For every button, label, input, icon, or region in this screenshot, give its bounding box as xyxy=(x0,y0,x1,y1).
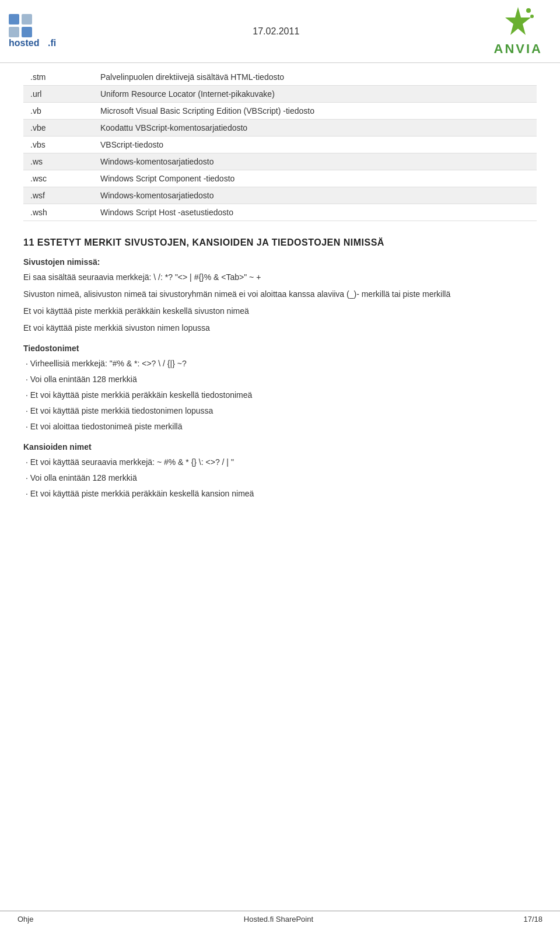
table-row: .wshWindows Script Host -asetustiedosto xyxy=(23,204,537,221)
table-row: .vbeKoodattu VBScript-komentosarjatiedos… xyxy=(23,120,537,137)
footer-left: Ohje xyxy=(18,915,33,923)
svg-rect-3 xyxy=(22,27,32,37)
extension-cell: .stm xyxy=(23,69,93,86)
table-row: .urlUniform Resource Locator (Internet-p… xyxy=(23,86,537,103)
sivustojen-line3: Et voi käyttää piste merkkiä peräkkäin k… xyxy=(23,305,537,317)
kansio-bullet2: Voi olla enintään 128 merkkiä xyxy=(23,472,537,484)
table-row: .vbsVBScript-tiedosto xyxy=(23,137,537,153)
kansio-bullet1: Et voi käyttää seuraavia merkkejä: ~ #% … xyxy=(23,456,537,468)
extension-cell: .vbe xyxy=(23,120,93,137)
tiedosto-bullet5: Et voi aloittaa tiedostonimeä piste merk… xyxy=(23,421,537,433)
tiedosto-bullet2: Voi olla enintään 128 merkkiä xyxy=(23,373,537,386)
description-cell: VBScript-tiedosto xyxy=(93,137,537,153)
description-cell: Windows Script Component -tiedosto xyxy=(93,170,537,187)
description-cell: Microsoft Visual Basic Scripting Edition… xyxy=(93,103,537,120)
tiedosto-bullet3: Et voi käyttää piste merkkiä peräkkäin k… xyxy=(23,389,537,401)
tiedosto-bullet4: Et voi käyttää piste merkkiä tiedostonim… xyxy=(23,405,537,417)
svg-rect-0 xyxy=(9,14,19,25)
extension-cell: .wsf xyxy=(23,187,93,204)
table-row: .stmPalvelinpuolen direktiivejä sisältäv… xyxy=(23,69,537,86)
page-header: hosted .fi 17.02.2011 ANVIA xyxy=(0,0,560,63)
svg-rect-1 xyxy=(22,14,32,25)
description-cell: Windows Script Host -asetustiedosto xyxy=(93,204,537,221)
page-footer: Ohje Hosted.fi SharePoint 17/18 xyxy=(0,911,560,927)
kansioiden-nimet-section: Kansioiden nimet Et voi käyttää seuraavi… xyxy=(23,442,537,500)
table-row: .wscWindows Script Component -tiedosto xyxy=(23,170,537,187)
footer-right: 17/18 xyxy=(523,915,542,923)
description-cell: Windows-komentosarjatiedosto xyxy=(93,153,537,170)
header-date: 17.02.2011 xyxy=(58,26,494,37)
extension-cell: .wsh xyxy=(23,204,93,221)
tiedosto-bullet1: Virheellisiä merkkejä: "#% & *: <>? \ / … xyxy=(23,358,537,370)
hosted-logo: hosted .fi xyxy=(6,11,58,52)
sivustojen-line1: Ei saa sisältää seuraavia merkkejä: \ /:… xyxy=(23,271,537,284)
sivustojen-nimissa-section: Sivustojen nimissä: Ei saa sisältää seur… xyxy=(23,257,537,334)
table-row: .vbMicrosoft Visual Basic Scripting Edit… xyxy=(23,103,537,120)
sivustojen-line4: Et voi käyttää piste merkkiä sivuston ni… xyxy=(23,322,537,334)
extension-cell: .vbs xyxy=(23,137,93,153)
description-cell: Palvelinpuolen direktiivejä sisältävä HT… xyxy=(93,69,537,86)
svg-point-7 xyxy=(526,8,531,13)
table-row: .wsWindows-komentosarjatiedosto xyxy=(23,153,537,170)
footer-center: Hosted.fi SharePoint xyxy=(244,915,313,923)
description-cell: Uniform Resource Locator (Internet-pikak… xyxy=(93,86,537,103)
page-content: .stmPalvelinpuolen direktiivejä sisältäv… xyxy=(0,63,560,552)
sivustojen-line2: Sivuston nimeä, alisivuston nimeä tai si… xyxy=(23,288,537,300)
description-cell: Koodattu VBScript-komentosarjatiedosto xyxy=(93,120,537,137)
extension-cell: .vb xyxy=(23,103,93,120)
anvia-logo: ANVIA xyxy=(494,6,542,57)
extension-cell: .wsc xyxy=(23,170,93,187)
extensions-table: .stmPalvelinpuolen direktiivejä sisältäv… xyxy=(23,69,537,221)
anvia-text: ANVIA xyxy=(494,41,542,57)
tiedostonimet-section: Tiedostonimet Virheellisiä merkkejä: "#%… xyxy=(23,344,537,433)
svg-rect-2 xyxy=(9,27,19,37)
description-cell: Windows-komentosarjatiedosto xyxy=(93,187,537,204)
extension-cell: .url xyxy=(23,86,93,103)
kansio-bullet3: Et voi käyttää piste merkkiä peräkkäin k… xyxy=(23,488,537,500)
svg-point-8 xyxy=(530,15,534,18)
svg-text:.fi: .fi xyxy=(48,38,56,48)
svg-text:hosted: hosted xyxy=(9,38,39,48)
extension-cell: .ws xyxy=(23,153,93,170)
section-11-heading: 11 Estetyt merkit sivustojen, kansioiden… xyxy=(23,237,537,248)
table-row: .wsfWindows-komentosarjatiedosto xyxy=(23,187,537,204)
